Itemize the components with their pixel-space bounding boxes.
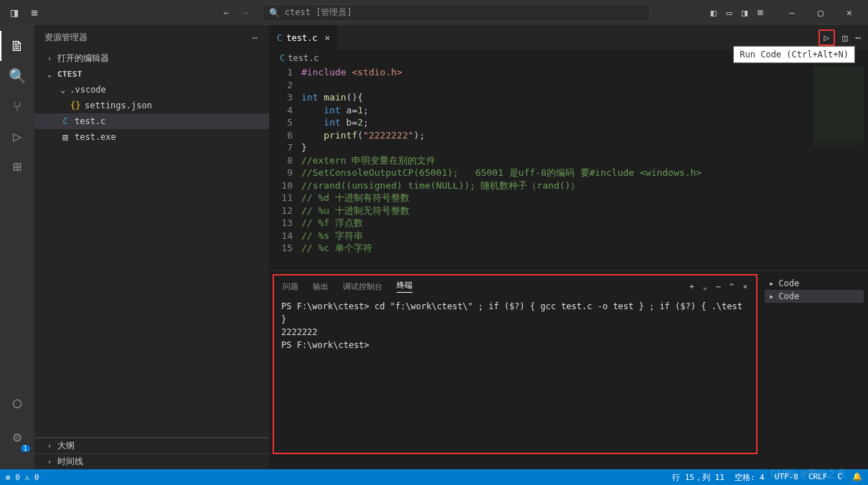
chevron-down-icon: ⌄ bbox=[60, 85, 65, 95]
split-editor-icon[interactable]: ◫ bbox=[842, 32, 848, 43]
layout-right-icon[interactable]: ◨ bbox=[742, 7, 747, 18]
project-section[interactable]: ⌄ CTEST bbox=[34, 66, 269, 82]
minimize-button[interactable]: — bbox=[778, 7, 806, 18]
close-tab-icon[interactable]: × bbox=[325, 32, 331, 43]
chevron-right-icon: › bbox=[47, 55, 55, 62]
terminal-output[interactable]: PS F:\work\ctest> cd "f:\work\ctest\" ; … bbox=[274, 297, 756, 354]
watermark: CSDN @雪狼之夜 bbox=[770, 468, 846, 481]
line-gutter: 123456789101112131415 bbox=[270, 66, 301, 270]
source-control-icon[interactable]: ⑂ bbox=[0, 91, 34, 121]
terminal-entry-1[interactable]: ▸ Code bbox=[765, 277, 864, 290]
file-settings-json[interactable]: {} settings.json bbox=[34, 98, 269, 113]
open-editors-section[interactable]: › 打开的编辑器 bbox=[34, 50, 269, 66]
panel-more-icon[interactable]: ⋯ bbox=[716, 282, 721, 291]
panel-maximize-icon[interactable]: ^ bbox=[730, 282, 735, 291]
extensions-icon[interactable]: ⊞ bbox=[0, 151, 34, 182]
panel-close-icon[interactable]: × bbox=[742, 282, 747, 291]
file-test-c[interactable]: C test.c bbox=[34, 113, 269, 129]
run-code-button[interactable]: ▷ bbox=[819, 29, 836, 46]
tab-test-c[interactable]: C test.c × bbox=[270, 25, 338, 50]
chevron-down-icon: ⌄ bbox=[47, 70, 55, 78]
c-file-icon: C bbox=[280, 53, 285, 63]
terminal-list: ▸ Code ▸ Code bbox=[760, 271, 868, 457]
search-icon: 🔍 bbox=[269, 8, 280, 18]
status-cursor-pos[interactable]: 行 15，列 11 bbox=[672, 472, 725, 483]
run-code-tooltip: Run Code (Ctrl+Alt+N) bbox=[733, 46, 855, 63]
code-editor[interactable]: #include <stdio.h>int main(){ int a=1; i… bbox=[301, 66, 702, 270]
panel-tab-debug[interactable]: 调试控制台 bbox=[343, 281, 382, 292]
sidebar-more-icon[interactable]: ⋯ bbox=[253, 33, 259, 43]
command-center[interactable]: 🔍 ctest [管理员] bbox=[263, 4, 650, 22]
timeline-section[interactable]: › 时间线 bbox=[34, 453, 269, 469]
panel-tab-problems[interactable]: 问题 bbox=[283, 281, 298, 292]
search-text: ctest [管理员] bbox=[285, 6, 352, 19]
outline-section[interactable]: › 大纲 bbox=[34, 438, 269, 453]
chevron-right-icon: › bbox=[47, 442, 55, 450]
vscode-logo-icon: ◨ bbox=[4, 6, 24, 19]
sidebar-title: 资源管理器 bbox=[44, 32, 88, 44]
file-test-exe[interactable]: ▤ test.exe bbox=[34, 129, 269, 145]
terminal-entry-2[interactable]: ▸ Code bbox=[765, 290, 864, 303]
run-debug-icon[interactable]: ▷ bbox=[0, 121, 34, 151]
folder-vscode[interactable]: ⌄ .vscode bbox=[34, 82, 269, 98]
tab-more-icon[interactable]: ⋯ bbox=[855, 32, 861, 43]
explorer-icon[interactable]: 🗎 bbox=[0, 31, 34, 61]
new-terminal-icon[interactable]: + bbox=[689, 282, 694, 291]
chevron-right-icon: › bbox=[47, 458, 55, 466]
maximize-button[interactable]: ▢ bbox=[806, 7, 835, 18]
panel-tab-terminal[interactable]: 终端 bbox=[397, 280, 412, 293]
hamburger-icon[interactable]: ≡ bbox=[24, 6, 44, 19]
layout-bottom-icon[interactable]: ▭ bbox=[727, 7, 732, 18]
status-notification-icon[interactable]: 🔔 bbox=[852, 472, 862, 483]
c-file-icon: C bbox=[277, 33, 282, 43]
json-file-icon: {} bbox=[70, 100, 80, 110]
nav-forward-icon[interactable]: → bbox=[242, 7, 248, 18]
c-file-icon: C bbox=[60, 116, 70, 126]
layout-left-icon[interactable]: ◧ bbox=[711, 7, 717, 18]
account-icon[interactable]: ◯ bbox=[0, 387, 34, 418]
terminal-dropdown-icon[interactable]: ⌄ bbox=[703, 282, 708, 291]
panel-tab-output[interactable]: 输出 bbox=[313, 281, 329, 292]
close-button[interactable]: ✕ bbox=[835, 7, 864, 18]
status-indent[interactable]: 空格: 4 bbox=[735, 472, 765, 483]
exe-file-icon: ▤ bbox=[60, 132, 70, 142]
settings-gear-icon[interactable]: ⚙1 bbox=[0, 422, 34, 452]
nav-back-icon[interactable]: ← bbox=[224, 7, 230, 18]
layout-custom-icon[interactable]: ⊞ bbox=[758, 7, 763, 18]
search-activity-icon[interactable]: 🔍 bbox=[0, 61, 34, 91]
status-errors[interactable]: ⊗ 0 ⚠ 0 bbox=[6, 473, 39, 482]
minimap[interactable] bbox=[813, 66, 864, 152]
